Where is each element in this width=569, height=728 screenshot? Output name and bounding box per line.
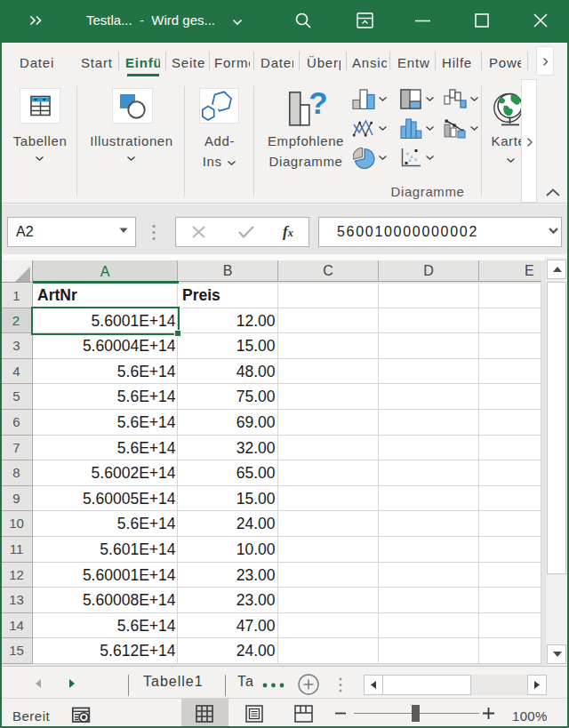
svg-text:?: ?	[309, 88, 327, 120]
